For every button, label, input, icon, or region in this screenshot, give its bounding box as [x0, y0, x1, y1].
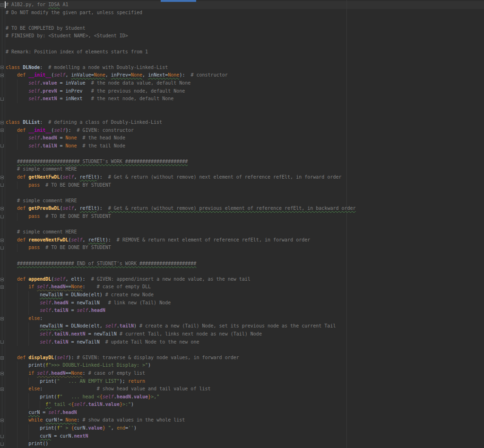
code-token: curN!=: [45, 417, 65, 422]
fold-collapse-icon[interactable]: [0, 121, 4, 124]
code-line[interactable]: print(f" > {curN.value} ", end=''): [6, 424, 484, 432]
code-line[interactable]: def getNextFwDL(self, refElt): # Get & r…: [6, 173, 484, 181]
fold-collapse-icon[interactable]: [0, 372, 4, 375]
code-line[interactable]: print(f">>> DOUBLY-Linked-List Display: …: [6, 362, 484, 370]
code-line[interactable]: self.tailN = self.headN: [6, 307, 484, 315]
code-line[interactable]: if self.headN==None: # case of empty DLL: [6, 283, 484, 291]
indent-guide: [28, 330, 29, 338]
fold-end-icon[interactable]: [0, 442, 4, 446]
code-line[interactable]: self.nextN = inNext # the next node, def…: [6, 95, 484, 103]
code-token: else: [28, 386, 40, 391]
fold-collapse-icon[interactable]: [0, 285, 4, 289]
code-line[interactable]: def removeNextFwDL(self, refElt): # REMO…: [6, 236, 484, 244]
code-line[interactable]: [6, 17, 484, 25]
code-line[interactable]: [6, 40, 484, 48]
code-token: nextN: [43, 96, 57, 101]
code-token: None: [65, 143, 77, 148]
code-line[interactable]: # simple comment HERE: [6, 165, 484, 173]
code-token: '': [128, 425, 134, 431]
fold-end-icon[interactable]: [0, 97, 4, 101]
active-tab-indicator[interactable]: [161, 0, 196, 2]
fold-end-icon[interactable]: [0, 215, 4, 218]
code-line[interactable]: self.headN = newTailN # link new (Tail) …: [6, 299, 484, 307]
code-token: # modelling a node with Doubly-Linked-Li…: [43, 65, 168, 70]
code-line[interactable]: # Remark: Position index of elements sta…: [6, 48, 484, 56]
fold-end-icon[interactable]: [0, 246, 4, 250]
code-line[interactable]: print(): [6, 440, 484, 448]
code-token: ">>> DOUBLY-Linked-List Display: >": [48, 362, 148, 368]
code-token: ###################### STUDNET's WORK ##…: [17, 159, 188, 164]
code-token: # Remark: Position index of elements sta…: [6, 49, 148, 54]
fold-collapse-icon[interactable]: [0, 176, 4, 179]
code-line[interactable]: def __init__(self, inValue=None, inPrev=…: [6, 71, 484, 79]
fold-end-icon[interactable]: [0, 435, 4, 438]
code-line[interactable]: def appendDL(self, elt): # GIVEN: append…: [6, 276, 484, 284]
code-line[interactable]: #################### END of STUDNET's WO…: [6, 260, 484, 268]
fold-collapse-icon[interactable]: [0, 74, 4, 77]
fold-collapse-icon[interactable]: [0, 129, 4, 132]
code-line[interactable]: [6, 252, 484, 260]
code-line[interactable]: class DLList: # defining a class of Doub…: [6, 119, 484, 127]
code-line[interactable]: ###################### STUDNET's WORK ##…: [6, 158, 484, 166]
fold-collapse-icon[interactable]: [0, 3, 4, 7]
code-token: def: [17, 72, 28, 78]
code-line[interactable]: curN = self.headN: [6, 409, 484, 417]
code-line[interactable]: self.prevN = inPrev # the previous node,…: [6, 87, 484, 95]
code-line[interactable]: self.tailN = newTailN # update Tail Node…: [6, 338, 484, 346]
code-token: def: [17, 355, 28, 360]
code-token: def: [17, 276, 28, 282]
code-line[interactable]: f" tail <{self.tailN.value}>:"): [6, 401, 484, 409]
code-line[interactable]: # simple comment HERE: [6, 197, 484, 205]
code-line[interactable]: self.value = inValue # the node data val…: [6, 79, 484, 87]
code-line[interactable]: else: # show head value and tail value o…: [6, 385, 484, 393]
code-line[interactable]: # Do NOT modify the given part, unless s…: [6, 9, 484, 17]
fold-collapse-icon[interactable]: [0, 356, 4, 360]
code-line[interactable]: if self.headN==None: # case of empty lis…: [6, 370, 484, 378]
code-line[interactable]: # FINISHED by: <Student NAME>, <Student …: [6, 32, 484, 40]
fold-collapse-icon[interactable]: [0, 419, 4, 422]
code-line[interactable]: def __init__(self): # GIVEN: constructor: [6, 127, 484, 135]
code-line[interactable]: self.headN = None # the head Node: [6, 134, 484, 142]
code-token: = curN.: [51, 433, 74, 439]
code-line[interactable]: print(" ... AN EMPTY LIST"); return: [6, 378, 484, 386]
code-line[interactable]: [6, 103, 484, 111]
code-line[interactable]: [6, 189, 484, 197]
code-area[interactable]: # A1B2.py, for IDSA A1# Do NOT modify th…: [6, 1, 484, 448]
fold-end-icon[interactable]: [0, 340, 4, 344]
code-line[interactable]: self.tailN.nextN = newTailN # current Ta…: [6, 330, 484, 338]
code-line[interactable]: print(f" ... head <{self.headN.value}>,": [6, 393, 484, 401]
code-token: # simple comment HERE: [17, 166, 77, 172]
code-token: headN: [51, 370, 65, 376]
code-line[interactable]: curN = curN.nextN: [6, 432, 484, 440]
code-token: print(: [6, 379, 57, 384]
code-line[interactable]: [6, 111, 484, 119]
fold-collapse-icon[interactable]: [0, 66, 4, 69]
fold-collapse-icon[interactable]: [0, 239, 4, 242]
code-line[interactable]: def displayDL(self): # GIVEN: traverse &…: [6, 354, 484, 362]
code-line[interactable]: # simple comment HERE: [6, 228, 484, 236]
code-line[interactable]: [6, 346, 484, 354]
code-line[interactable]: pass # TO BE DONE BY STUDENT: [6, 181, 484, 190]
fold-end-icon[interactable]: [0, 144, 4, 147]
code-line[interactable]: while curN!= None: # show data values in…: [6, 416, 484, 424]
code-line[interactable]: self.tailN = None # the tail Node: [6, 142, 484, 150]
code-editor[interactable]: # A1B2.py, for IDSA A1# Do NOT modify th…: [0, 0, 484, 448]
code-line[interactable]: # A1B2.py, for IDSA A1: [6, 1, 484, 9]
code-line[interactable]: newTailN = DLNode(elt) # create new Node: [6, 291, 484, 299]
fold-end-icon[interactable]: [0, 183, 4, 187]
code-line[interactable]: pass # TO BE DONE BY STUDENT: [6, 213, 484, 221]
code-line[interactable]: class DLNode: # modelling a node with Do…: [6, 64, 484, 72]
fold-collapse-icon[interactable]: [0, 388, 4, 391]
code-line[interactable]: else:: [6, 315, 484, 323]
code-line[interactable]: [6, 150, 484, 158]
code-line[interactable]: [6, 267, 484, 276]
code-line[interactable]: [6, 221, 484, 229]
code-line[interactable]: [6, 56, 484, 64]
fold-collapse-icon[interactable]: [0, 278, 4, 281]
fold-collapse-icon[interactable]: [0, 207, 4, 210]
fold-collapse-icon[interactable]: [0, 317, 4, 320]
code-line[interactable]: def getPrevBwDL(self, refElt): # Get & r…: [6, 205, 484, 213]
code-line[interactable]: # TO BE COMPLETED by Student: [6, 25, 484, 33]
code-line[interactable]: pass # TO BE DONE BY STUDENT: [6, 244, 484, 252]
code-line[interactable]: newTailN = DLNode(elt, self.tailN) # cre…: [6, 322, 484, 330]
